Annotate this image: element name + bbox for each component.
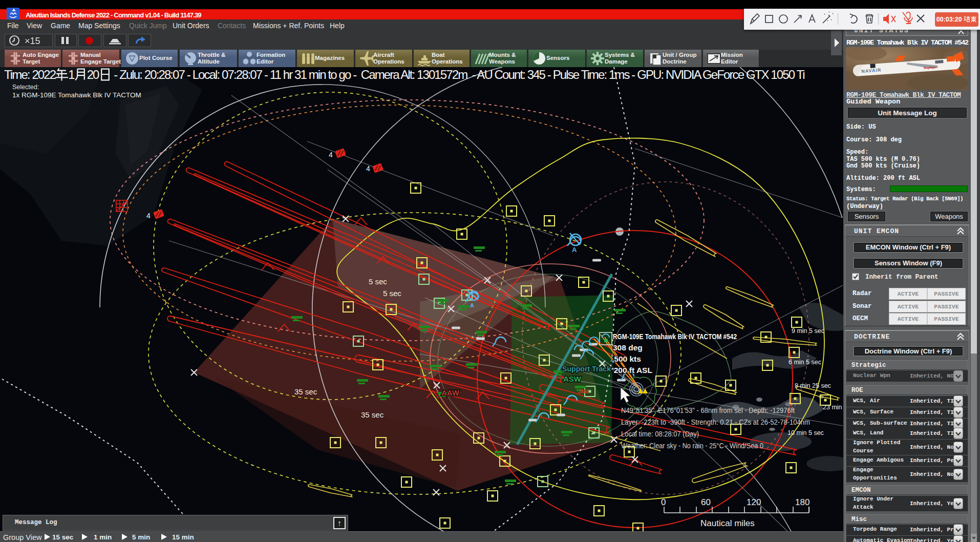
svg-text:'200 ft ASL: '200 ft ASL [612, 366, 652, 374]
svg-text:23 min 1: 23 min 1 [823, 404, 843, 411]
svg-text:0: 0 [661, 497, 666, 507]
svg-text:A: A [572, 246, 577, 254]
svg-text:Local time: 08:28:07 (Day): Local time: 08:28:07 (Day) [621, 429, 699, 438]
svg-text:JAM: JAM [578, 389, 588, 394]
svg-text:Support Track: Support Track [562, 364, 611, 373]
svg-text:Nautical miles: Nautical miles [700, 518, 755, 528]
svg-text:Layer: -223ft to -390ft - Stre: Layer: -223ft to -390ft - Strength: 0.21… [621, 418, 810, 426]
svg-text:8 min 25 sec: 8 min 25 sec [795, 382, 831, 389]
svg-text:ASW: ASW [563, 374, 582, 383]
svg-text:120: 120 [747, 497, 761, 507]
svg-text:10 min 5 sec: 10 min 5 sec [787, 429, 824, 436]
svg-text:4: 4 [366, 164, 370, 173]
svg-text:308 deg: 308 deg [613, 343, 643, 352]
svg-text:N49°51'35", E176°01'53" - 68nm: N49°51'35", E176°01'53" - 68nm from sel … [621, 406, 795, 414]
svg-text:5 sec: 5 sec [383, 289, 401, 298]
svg-text:A: A [470, 302, 474, 308]
svg-text:4: 4 [146, 212, 151, 220]
svg-text:6 min 5 sec: 6 min 5 sec [789, 359, 821, 366]
svg-text:4: 4 [329, 151, 333, 159]
svg-text:Weather: Clear sky - No rain -: Weather: Clear sky - No rain - 25°C - Wi… [621, 441, 763, 450]
svg-text:5 sec: 5 sec [369, 277, 387, 286]
svg-text:AAW: AAW [441, 388, 460, 397]
svg-text:×15: ×15 [25, 36, 40, 46]
svg-text:60: 60 [701, 497, 711, 507]
svg-text:180: 180 [795, 497, 809, 507]
svg-text:35 sec: 35 sec [294, 387, 317, 396]
svg-text:,500 kts: ,500 kts [612, 355, 641, 363]
svg-text:35 sec: 35 sec [361, 410, 384, 419]
svg-text:RGM-109E Tomahawk Blk IV TACTO: RGM-109E Tomahawk Blk IV TACTOM #542 [613, 332, 737, 341]
svg-text:9 min 5 sec: 9 min 5 sec [792, 327, 824, 335]
